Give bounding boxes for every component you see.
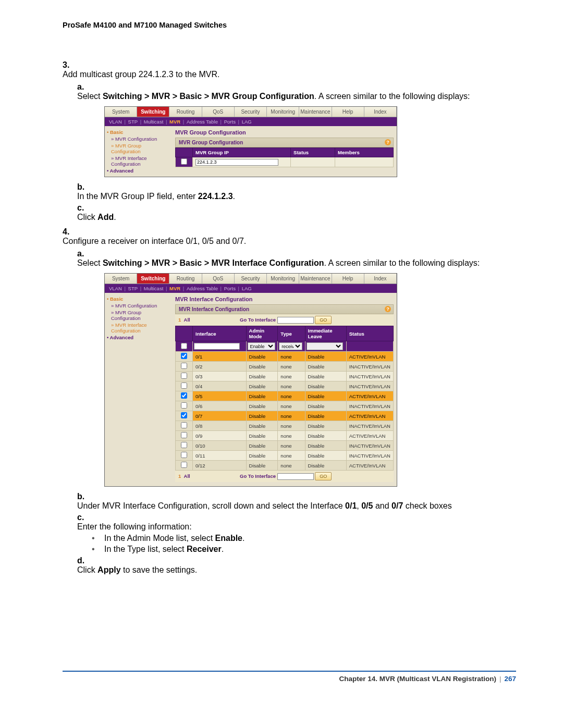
tab-monitoring[interactable]: Monitoring: [267, 107, 299, 117]
subnav-stp[interactable]: STP: [128, 119, 138, 125]
go-button[interactable]: GO: [315, 472, 332, 480]
goto-input[interactable]: [277, 317, 314, 324]
tab-maintenance[interactable]: Maintenance: [299, 107, 332, 117]
step-num: 3.: [63, 60, 77, 70]
go-button[interactable]: GO: [315, 316, 332, 324]
row-checkbox[interactable]: [181, 373, 187, 379]
cell: INACTIVE/InVLAN: [346, 421, 393, 431]
sidebar-link[interactable]: » MVR Group Configuration: [111, 310, 172, 321]
tab-security[interactable]: Security: [235, 107, 267, 117]
cell: none: [278, 381, 305, 391]
cell: ACTIVE/InVLAN: [346, 431, 393, 441]
cell: INACTIVE/InVLAN: [346, 362, 393, 372]
row-checkbox[interactable]: [181, 432, 187, 438]
cell: Disable: [305, 372, 346, 381]
tab-maintenance[interactable]: Maintenance: [299, 274, 332, 283]
goto-input[interactable]: [277, 473, 314, 480]
tab-index[interactable]: Index: [364, 107, 397, 117]
row-checkbox[interactable]: [181, 462, 187, 468]
subnav-lag[interactable]: LAG: [242, 286, 252, 291]
tab-qos[interactable]: QoS: [202, 274, 235, 283]
tab-switching[interactable]: Switching: [137, 107, 169, 117]
all-link[interactable]: All: [184, 473, 190, 479]
sidebar-link[interactable]: » MVR Configuration: [111, 136, 172, 142]
admin-mode-select[interactable]: Enable: [248, 342, 275, 350]
select-all-checkbox[interactable]: [181, 343, 187, 349]
row-checkbox[interactable]: [181, 412, 187, 418]
row-checkbox[interactable]: [181, 402, 187, 409]
subnav-lag[interactable]: LAG: [242, 119, 252, 125]
screenshot-mvr-group: SystemSwitchingRoutingQoSSecurityMonitor…: [104, 106, 397, 177]
sidebar-category[interactable]: • Advanced: [107, 335, 172, 340]
sub-label: d.: [77, 556, 91, 565]
subnav-multicast[interactable]: Multicast: [144, 119, 163, 125]
cell: Disable: [246, 352, 278, 362]
sidebar-category[interactable]: • Basic: [107, 129, 172, 135]
subnav-address-table[interactable]: Address Table: [187, 119, 218, 125]
cell: Disable: [246, 441, 278, 451]
subnav-ports[interactable]: Ports: [224, 119, 236, 125]
sidebar-link[interactable]: » MVR Group Configuration: [111, 143, 172, 154]
tab-help[interactable]: Help: [332, 274, 364, 283]
sub-text: Select Switching > MVR > Basic > MVR Gro…: [77, 92, 484, 101]
cell: Disable: [305, 421, 346, 431]
sub-text: Select Switching > MVR > Basic > MVR Int…: [77, 258, 484, 268]
table-row: 0/12DisablenoneDisableACTIVE/InVLAN: [176, 461, 394, 471]
cell: Disable: [246, 421, 278, 431]
help-icon[interactable]: ?: [385, 306, 391, 312]
immediate-leave-select[interactable]: [307, 342, 343, 350]
tab-help[interactable]: Help: [332, 107, 364, 117]
sidebar-category[interactable]: • Basic: [107, 296, 172, 302]
subnav-stp[interactable]: STP: [128, 286, 138, 291]
all-link[interactable]: All: [184, 317, 190, 323]
mvr-interface-table: InterfaceAdmin ModeTypeImmediate LeaveSt…: [175, 326, 394, 471]
tab-system[interactable]: System: [105, 107, 137, 117]
sub-label: b.: [77, 182, 91, 192]
subnav-vlan[interactable]: VLAN: [109, 286, 122, 291]
tab-routing[interactable]: Routing: [169, 107, 202, 117]
table-row: 0/2DisablenoneDisableINACTIVE/InVLAN: [176, 362, 394, 372]
row-checkbox[interactable]: [181, 442, 187, 448]
tab-monitoring[interactable]: Monitoring: [267, 274, 299, 283]
col-header: Type: [278, 326, 305, 341]
cell: none: [278, 411, 305, 421]
table-row: 0/11DisablenoneDisableINACTIVE/InVLAN: [176, 451, 394, 461]
col-header: Status: [346, 326, 393, 341]
row-checkbox[interactable]: [181, 382, 187, 389]
sidebar-link[interactable]: » MVR Configuration: [111, 303, 172, 309]
row-checkbox[interactable]: [181, 363, 187, 369]
subnav-vlan[interactable]: VLAN: [109, 119, 122, 125]
row-checkbox[interactable]: [181, 353, 187, 359]
filter-interface-input[interactable]: [194, 343, 240, 350]
tab-security[interactable]: Security: [235, 274, 267, 283]
mvr-group-ip-input[interactable]: [195, 159, 278, 166]
col-header: Immediate Leave: [305, 326, 346, 341]
tab-switching[interactable]: Switching: [137, 274, 169, 283]
type-select[interactable]: receiver: [279, 342, 302, 350]
subnav-mvr[interactable]: MVR: [169, 286, 180, 291]
col-header: Interface: [193, 326, 247, 341]
tab-qos[interactable]: QoS: [202, 107, 235, 117]
cell: Disable: [246, 401, 278, 411]
cell: Disable: [246, 451, 278, 461]
tab-system[interactable]: System: [105, 274, 137, 283]
subnav-ports[interactable]: Ports: [224, 286, 236, 291]
sub-text: In the MVR Group IP field, enter 224.1.2…: [77, 192, 484, 201]
cell: INACTIVE/InVLAN: [346, 401, 393, 411]
sidebar-link[interactable]: » MVR Interface Configuration: [111, 322, 172, 334]
subnav-mvr[interactable]: MVR: [169, 119, 180, 125]
subnav-address-table[interactable]: Address Table: [187, 286, 218, 291]
row-checkbox[interactable]: [181, 422, 187, 428]
tab-index[interactable]: Index: [364, 274, 397, 283]
row-checkbox[interactable]: [181, 452, 187, 458]
cell: 0/2: [193, 362, 247, 372]
row-checkbox[interactable]: [181, 158, 187, 165]
cell: Disable: [246, 431, 278, 441]
subnav-multicast[interactable]: Multicast: [144, 286, 163, 291]
tab-routing[interactable]: Routing: [169, 274, 202, 283]
sidebar-category[interactable]: • Advanced: [107, 168, 172, 174]
sidebar-link[interactable]: » MVR Interface Configuration: [111, 155, 172, 167]
cell: 0/3: [193, 372, 247, 381]
row-checkbox[interactable]: [181, 392, 187, 399]
help-icon[interactable]: ?: [385, 139, 391, 145]
